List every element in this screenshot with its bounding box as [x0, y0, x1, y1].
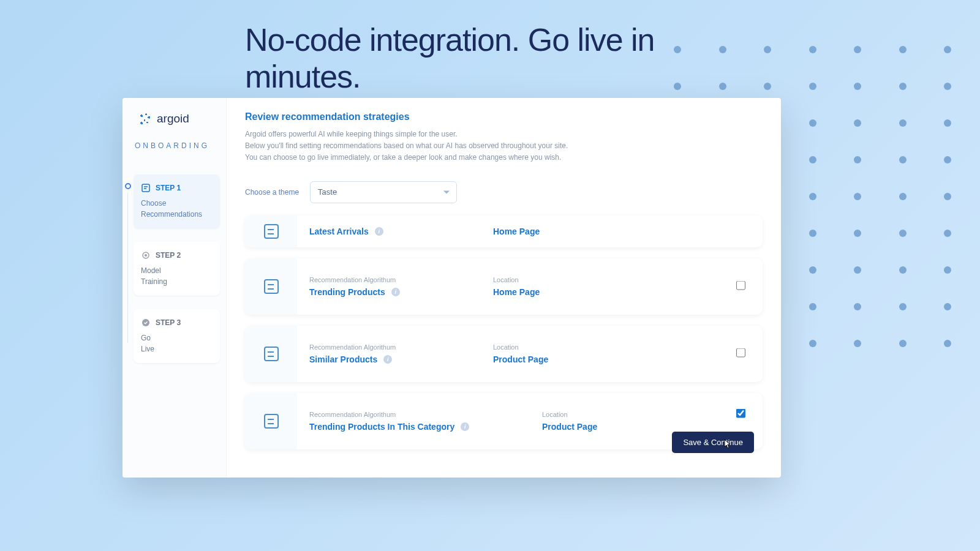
- gear-icon: [141, 250, 151, 260]
- brand-logo: argoid: [134, 111, 220, 126]
- algorithm-label: Recommendation Algorithum: [309, 276, 456, 283]
- info-icon[interactable]: i: [391, 288, 400, 296]
- theme-selector-row: Choose a theme Taste: [245, 181, 763, 203]
- sidebar: argoid ONBOARDING STEP 1 ChooseRecommend…: [123, 98, 227, 478]
- step-number: STEP 2: [156, 251, 181, 260]
- location-value: Home Page: [493, 287, 540, 297]
- timeline-line: [127, 193, 128, 343]
- checklist-icon: [264, 414, 279, 429]
- logo-icon: [137, 111, 152, 126]
- location-value: Product Page: [493, 354, 548, 364]
- svg-rect-0: [142, 184, 149, 192]
- recommendation-checkbox-wrap: [736, 408, 745, 420]
- page-description: Argoid offers powerful AI while keeping …: [245, 129, 763, 164]
- step-description: ModelTraining: [141, 265, 213, 287]
- location-label: Location: [493, 343, 548, 351]
- save-continue-button[interactable]: Save & Continue: [672, 432, 754, 453]
- brand-name: argoid: [157, 112, 189, 126]
- step-card-2[interactable]: STEP 2 ModelTraining: [134, 242, 220, 296]
- algorithm-label: Recommendation Algorithum: [309, 411, 505, 418]
- checklist-icon: [264, 279, 279, 294]
- info-icon[interactable]: i: [461, 422, 469, 431]
- recommendation-card: Recommendation Algorithum Trending Produ…: [245, 258, 763, 315]
- checklist-icon: [264, 224, 279, 239]
- info-icon[interactable]: i: [383, 355, 392, 364]
- algorithm-label: Recommendation Algorithum: [309, 343, 456, 351]
- recommendation-checkbox-wrap: [736, 280, 745, 292]
- algorithm-value: Trending Products: [309, 287, 385, 297]
- location-value: Product Page: [542, 422, 597, 432]
- theme-select[interactable]: Taste: [310, 181, 457, 203]
- svg-point-2: [145, 254, 147, 257]
- step-card-1[interactable]: STEP 1 ChooseRecommendations: [134, 174, 220, 228]
- step-description: GoLive: [141, 332, 213, 354]
- recommendation-checkbox[interactable]: [736, 348, 745, 357]
- timeline-dot-icon: [125, 183, 131, 189]
- location-value: Home Page: [493, 227, 540, 236]
- page-title: Review recommendation strategies: [245, 111, 763, 122]
- recommendation-checkbox[interactable]: [736, 408, 745, 418]
- card-icon-column: [245, 258, 297, 315]
- recommendation-card: Recommendation Algorithum Similar Produc…: [245, 326, 763, 382]
- info-icon[interactable]: i: [375, 227, 383, 236]
- cursor-icon: [723, 438, 732, 449]
- svg-point-3: [142, 319, 149, 326]
- recommendation-card: Latest Arrivals i Home Page: [245, 216, 763, 247]
- step-number: STEP 1: [156, 184, 181, 192]
- location-label: Location: [542, 411, 597, 418]
- recommendation-checkbox[interactable]: [736, 280, 745, 290]
- hero-title: No-code integration. Go live in minutes.: [245, 21, 735, 95]
- step-description: ChooseRecommendations: [141, 198, 213, 220]
- check-circle-icon: [141, 318, 151, 328]
- checklist-icon: [264, 347, 279, 361]
- step-icon: [141, 183, 151, 193]
- card-icon-column: [245, 393, 297, 449]
- algorithm-value: Trending Products In This Category: [309, 422, 454, 432]
- algorithm-value: Latest Arrivals: [309, 227, 369, 236]
- step-number: STEP 3: [156, 318, 181, 327]
- app-window: argoid ONBOARDING STEP 1 ChooseRecommend…: [123, 98, 781, 478]
- card-icon-column: [245, 326, 297, 382]
- main-content: Review recommendation strategies Argoid …: [227, 98, 781, 478]
- step-card-3[interactable]: STEP 3 GoLive: [134, 309, 220, 363]
- card-icon-column: [245, 216, 297, 247]
- recommendation-checkbox-wrap: [736, 348, 745, 359]
- location-label: Location: [493, 276, 540, 283]
- algorithm-value: Similar Products: [309, 354, 377, 364]
- theme-label: Choose a theme: [245, 188, 299, 197]
- sidebar-section-label: ONBOARDING: [134, 141, 220, 150]
